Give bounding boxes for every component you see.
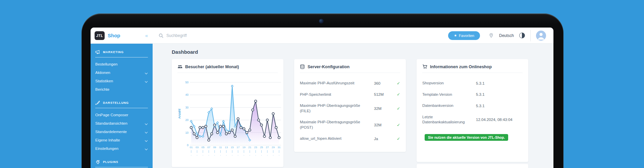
svg-text:30: 30 [185,106,189,109]
database-icon [300,64,305,69]
sidebar-section-gap [91,94,153,98]
svg-text:Anzahl: Anzahl [178,109,181,119]
table-row: Shopversion5.3.1 [422,78,523,89]
svg-text:29: 29 [272,146,275,149]
sidebar-nav: MARKETINGBestellungenAktionenStatistiken… [91,44,153,168]
table-row: Maximale PHP-Übertragungsgröße (POST)32M… [300,117,400,133]
svg-text:27: 27 [266,146,269,149]
visitors-card-title: Besucher (aktueller Monat) [185,65,239,69]
webcam-dot [319,19,324,24]
chevron-down-icon [145,80,148,83]
megaphone-icon [95,50,100,54]
page-title: Dashboard [172,49,553,55]
sidebar-item-eigene-inhalte[interactable]: Eigene Inhalte [91,136,153,144]
sidebar-section-rule [95,167,148,167]
chevron-down-icon [145,131,148,133]
search-input[interactable] [166,33,267,38]
svg-text:07: 07 [207,146,210,149]
sidebar-section-marketing: MARKETING [91,47,153,56]
table-row: Template-Version5.3.1 [422,89,523,100]
svg-text:23: 23 [254,146,257,149]
svg-text:25: 25 [260,146,263,149]
svg-text:17: 17 [236,146,239,149]
row-value: 5.3.1 [476,81,523,85]
row-label: allow_url_fopen Aktiviert [300,136,374,141]
row-value: 512M [374,92,389,96]
shop-info-card: Informationen zum Onlineshop Shopversion… [417,59,528,162]
check-icon: ✓ [389,106,400,111]
row-label: Maximale PHP-Übertragungsgröße (POST) [300,120,374,130]
row-value: 5.3.1 [476,92,523,96]
language-selector[interactable]: Deutsch [499,33,514,38]
svg-text:40: 40 [185,93,189,96]
table-row: Letzte Datenbankaktualisierung12.04.2024… [422,112,523,128]
check-icon: ✓ [389,123,400,127]
row-label: Maximale PHP-Übertragungsgröße (FILE) [300,103,374,114]
sidebar-section-darstellung: DARSTELLUNG [91,98,153,107]
visitors-card: Besucher (aktueller Monat) 01020304050An… [172,59,283,167]
device-bezel: JTL Shop « ★ Favoriten [82,13,564,168]
chevron-down-icon [145,139,148,142]
svg-text:11: 11 [219,146,222,149]
row-value: 360 [374,81,389,85]
users-icon [177,64,182,69]
server-card-title: Server-Konfiguration [308,65,350,69]
sidebar-item-statistiken[interactable]: Statistiken [91,77,153,85]
row-value: 5.3.1 [476,104,523,108]
svg-text:09: 09 [213,146,216,149]
sidebar-item-standardelemente[interactable]: Standardelemente [91,128,153,136]
favorites-label: Favoriten [459,34,474,38]
search-box[interactable] [159,33,448,38]
top-bar: JTL Shop « ★ Favoriten [91,28,553,44]
sidebar-item-berichte[interactable]: Berichte [91,85,153,94]
row-label: Shopversion [422,81,476,86]
sidebar-item-bestellungen[interactable]: Bestellungen [91,60,153,69]
sidebar-item-standardansichten[interactable]: Standardansichten [91,119,153,128]
row-label: Datenbankversion [422,103,476,109]
sidebar-item-einstellungen[interactable]: Einstellungen [91,144,153,153]
sidebar-section-label: DARSTELLUNG [103,101,129,104]
check-icon: ✓ [389,81,400,86]
svg-text:01: 01 [190,146,193,149]
brand-area: JTL Shop « [91,28,153,43]
svg-text:21: 21 [248,146,251,149]
check-icon: ✓ [389,136,400,141]
sidebar-section-rule [95,57,148,57]
table-row: Template-Version5.3.1 [422,166,523,168]
row-label: Maximale PHP-Ausführungszeit [300,81,374,86]
svg-text:0: 0 [187,143,189,147]
row-label: PHP-Speicherlimit [300,92,374,97]
svg-text:19: 19 [243,146,246,149]
version-status-badge: Sie nutzen die aktuelle Version von JTL-… [425,134,508,141]
svg-text:03: 03 [196,146,199,149]
brand-name: Shop [108,33,120,38]
cart-icon [422,64,427,69]
location-pin-icon[interactable] [489,33,494,38]
user-avatar[interactable] [536,31,546,41]
row-value: 32M [374,107,389,111]
sidebar-item-aktionen[interactable]: Aktionen [91,69,153,77]
svg-text:20: 20 [185,118,189,122]
sidebar-item-onpage-composer[interactable]: OnPage Composer [91,111,153,119]
brush-icon [95,100,100,105]
sidebar-section-gap [91,153,153,157]
table-row: allow_url_fopen AktiviertJa✓ [300,133,400,144]
table-row: Datenbankversion5.3.1 [422,100,523,112]
svg-text:10: 10 [185,131,189,134]
search-icon [159,33,163,38]
favorites-button[interactable]: ★ Favoriten [448,31,480,40]
sidebar-collapse-icon[interactable]: « [145,33,148,38]
puzzle-icon [95,160,100,164]
check-icon: ✓ [389,92,400,97]
contrast-toggle-icon[interactable] [519,33,525,38]
chevron-down-icon [145,122,148,125]
svg-text:15: 15 [231,146,234,149]
server-config-card: Server-Konfiguration Maximale PHP-Ausfüh… [294,59,406,152]
chevron-down-icon [145,148,148,150]
chevron-down-icon [145,72,148,74]
row-value: Ja [374,137,389,141]
admin-screen: JTL Shop « ★ Favoriten [91,28,553,168]
svg-text:31: 31 [278,146,281,149]
star-icon: ★ [454,34,457,37]
jtl-logo: JTL [95,31,105,40]
